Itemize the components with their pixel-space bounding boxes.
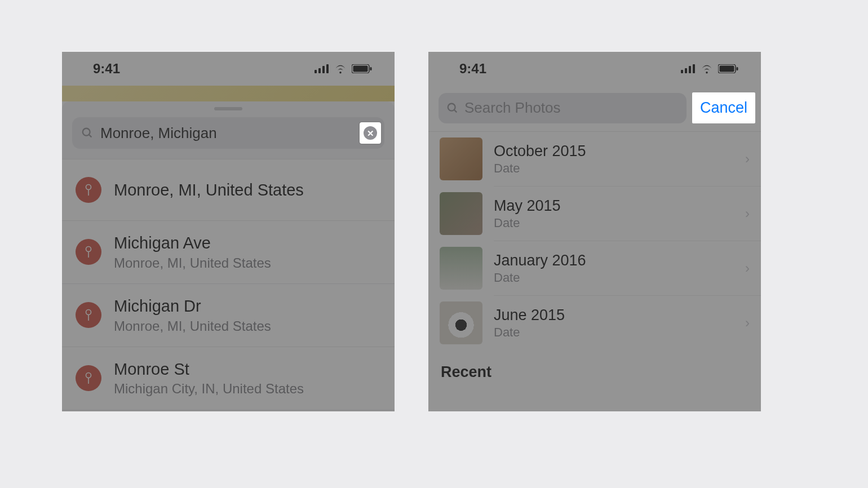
search-results-list: Monroe, MI, United States Michigan Ave M… [62, 159, 395, 409]
status-time: 9:41 [93, 61, 120, 77]
svg-rect-6 [370, 67, 372, 70]
result-subtitle: Monroe, MI, United States [114, 318, 271, 334]
result-subtitle: Michigan City, IN, United States [114, 381, 304, 397]
search-result-row[interactable]: Monroe St Michigan City, IN, United Stat… [62, 347, 395, 410]
phone-photos: 9:41 Search Photos Cancel October 2015 D… [428, 52, 761, 411]
suggestion-subtitle: Date [494, 216, 734, 230]
svg-point-7 [83, 128, 90, 136]
map-pin-icon [76, 239, 101, 265]
map-search-field[interactable]: ✕ [72, 117, 384, 149]
svg-point-15 [86, 372, 91, 378]
photos-search-field[interactable]: Search Photos [439, 93, 687, 123]
search-result-row[interactable]: Monroe, MI, United States [62, 159, 395, 221]
svg-rect-0 [315, 70, 317, 73]
battery-icon [352, 64, 372, 73]
status-bar: 9:41 [428, 52, 761, 86]
suggestion-thumbnail [440, 247, 482, 290]
suggestion-subtitle: Date [494, 161, 734, 176]
map-search-input[interactable] [100, 125, 379, 142]
suggestion-title: June 2015 [494, 307, 734, 324]
close-icon: ✕ [364, 126, 377, 140]
suggestion-thumbnail [440, 192, 482, 235]
svg-rect-22 [720, 66, 734, 72]
svg-rect-23 [737, 67, 738, 70]
cancel-button[interactable]: Cancel [692, 92, 755, 123]
cellular-icon [681, 64, 696, 73]
chevron-right-icon: › [745, 315, 750, 331]
map-pin-icon [76, 177, 101, 203]
result-title: Monroe, MI, United States [114, 180, 304, 200]
wifi-icon [700, 64, 714, 74]
svg-rect-1 [318, 68, 321, 73]
svg-rect-3 [326, 64, 329, 73]
search-sheet: ✕ Monroe, MI, United States Michigan Ave… [62, 101, 395, 411]
suggestion-title: January 2016 [494, 252, 734, 269]
svg-rect-2 [322, 66, 325, 73]
svg-rect-19 [689, 66, 691, 73]
search-icon [446, 102, 459, 114]
svg-point-9 [86, 185, 91, 190]
status-time: 9:41 [459, 61, 486, 77]
svg-rect-20 [693, 64, 695, 73]
suggestion-thumbnail [440, 301, 482, 344]
status-indicators [315, 64, 372, 74]
suggestion-row[interactable]: June 2015 Date › [428, 296, 761, 350]
maps-background [62, 86, 395, 101]
recent-section-header: Recent [428, 350, 761, 381]
status-indicators [681, 64, 738, 74]
suggestion-subtitle: Date [494, 325, 734, 340]
photos-search-header: Search Photos Cancel [428, 86, 761, 132]
result-title: Monroe St [114, 360, 304, 379]
chevron-right-icon: › [745, 151, 750, 167]
suggestion-subtitle: Date [494, 270, 734, 285]
suggestion-row[interactable]: January 2016 Date › [428, 241, 761, 295]
clear-search-button[interactable]: ✕ [360, 122, 381, 144]
svg-rect-18 [685, 68, 687, 73]
result-title: Michigan Ave [114, 233, 271, 253]
wifi-icon [334, 64, 347, 74]
svg-line-8 [89, 135, 92, 137]
suggestion-row[interactable]: May 2015 Date › [428, 187, 761, 241]
search-icon [81, 127, 94, 139]
result-title: Michigan Dr [114, 296, 271, 316]
search-result-row[interactable]: Michigan Ave Monroe, MI, United States [62, 221, 395, 284]
sheet-grabber[interactable] [214, 107, 242, 110]
photos-search-placeholder: Search Photos [464, 99, 561, 117]
suggestion-title: October 2015 [494, 143, 734, 160]
battery-icon [718, 64, 738, 73]
suggestion-row[interactable]: October 2015 Date › [428, 132, 761, 186]
result-subtitle: Monroe, MI, United States [114, 255, 271, 271]
status-bar: 9:41 [62, 52, 395, 86]
svg-rect-5 [353, 66, 368, 72]
suggestion-thumbnail [440, 137, 482, 180]
chevron-right-icon: › [745, 260, 750, 276]
svg-line-25 [454, 109, 457, 112]
svg-point-24 [448, 103, 455, 110]
svg-point-13 [86, 310, 91, 315]
suggestion-title: May 2015 [494, 197, 734, 215]
suggestions-list: October 2015 Date › May 2015 Date › Janu… [428, 132, 761, 350]
svg-point-11 [86, 247, 91, 252]
map-pin-icon [76, 302, 101, 328]
map-pin-icon [76, 365, 101, 391]
cellular-icon [315, 64, 329, 73]
search-result-row[interactable]: Michigan Dr Monroe, MI, United States [62, 284, 395, 347]
phone-maps: 9:41 ✕ Monroe, MI, United States [62, 52, 395, 411]
svg-rect-17 [681, 70, 683, 73]
chevron-right-icon: › [745, 206, 750, 221]
